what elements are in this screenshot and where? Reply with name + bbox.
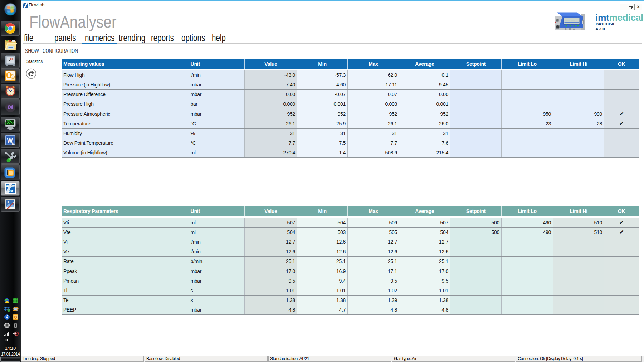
svg-text:O: O (14, 315, 17, 319)
svg-text:FLOW: FLOW (6, 185, 15, 188)
svg-text:W: W (7, 137, 13, 144)
svg-text:LAB: LAB (7, 189, 13, 192)
